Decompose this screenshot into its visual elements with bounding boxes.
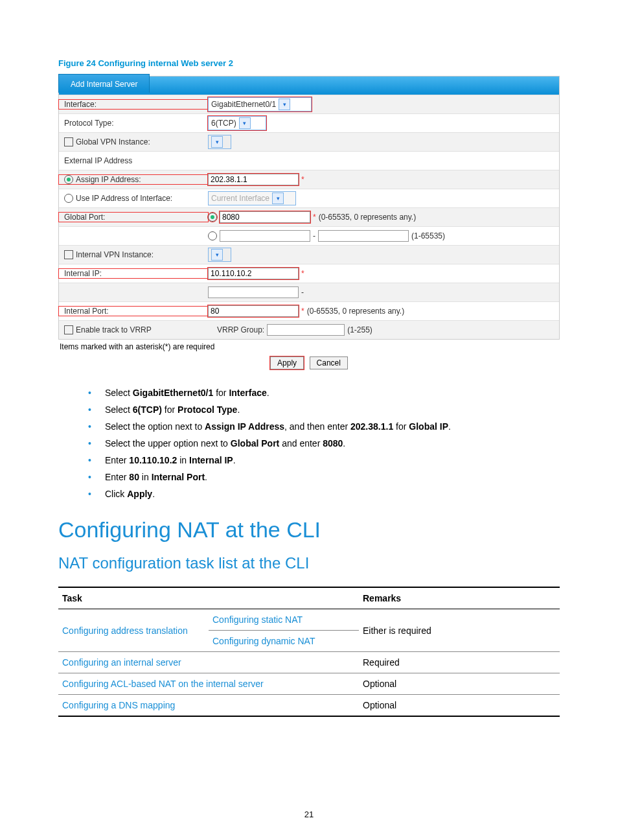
required-asterisk: * — [301, 307, 304, 316]
task-table: Task Remarks Configuring address transla… — [58, 587, 560, 717]
global-port-hint: (0-65535, 0 represents any.) — [319, 213, 417, 222]
use-if-ip-value: Current Interface — [211, 194, 269, 203]
assign-ip-label-text: Assign IP Address: — [76, 175, 141, 184]
apply-button[interactable]: Apply — [270, 356, 304, 369]
remarks-cell: Either is required — [359, 609, 560, 652]
interface-select[interactable]: GigabitEthernet0/1 ▾ — [208, 97, 312, 111]
link-config-dynamic-nat[interactable]: Configuring dynamic NAT — [212, 636, 315, 646]
global-port-range-start[interactable] — [220, 230, 310, 242]
link-config-dns-mapping[interactable]: Configuring a DNS mapping — [62, 700, 175, 710]
chevron-down-icon: ▾ — [239, 117, 251, 129]
label-global-vpn: Global VPN Instance: — [59, 137, 208, 146]
figure-caption: Figure 24 Configuring internal Web serve… — [58, 58, 560, 68]
tab-add-internal-server[interactable]: Add Internal Server — [58, 74, 150, 93]
internal-port-input[interactable] — [208, 305, 299, 317]
global-port-radio-1[interactable] — [208, 213, 217, 222]
list-item: Select 6(TCP) for Protocol Type. — [88, 404, 560, 415]
global-port-hint2: (1-65535) — [411, 231, 445, 240]
page-number: 21 — [0, 810, 618, 819]
internal-vpn-checkbox[interactable] — [64, 250, 73, 259]
list-item: Select the option next to Assign IP Addr… — [88, 421, 560, 432]
use-if-ip-label-text: Use IP Address of Interface: — [76, 194, 172, 203]
list-item: Enter 80 in Internal Port. — [88, 472, 560, 482]
internal-port-hint: (0-65535, 0 represents any.) — [307, 307, 405, 316]
internal-vpn-label-text: Internal VPN Instance: — [76, 250, 154, 259]
instruction-list: Select GigabitEthernet0/1 for Interface.… — [58, 388, 560, 499]
list-item: Click Apply. — [88, 489, 560, 499]
range-dash: - — [313, 231, 315, 240]
label-assign-ip: Assign IP Address: — [59, 175, 208, 184]
tab-bar: Add Internal Server — [59, 76, 559, 95]
label-enable-track: Enable track to VRRP — [59, 325, 208, 334]
global-vpn-label-text: Global VPN Instance: — [76, 137, 150, 146]
enable-track-label-text: Enable track to VRRP — [76, 325, 152, 334]
label-global-port: Global Port: — [59, 213, 208, 222]
protocol-select[interactable]: 6(TCP) ▾ — [208, 116, 266, 130]
link-config-address-translation[interactable]: Configuring address translation — [62, 625, 188, 636]
global-port-range-end[interactable] — [318, 230, 409, 242]
link-config-internal-server[interactable]: Configuring an internal server — [62, 657, 181, 668]
chevron-down-icon: ▾ — [211, 249, 223, 261]
internal-ip-input[interactable] — [208, 268, 299, 279]
label-protocol: Protocol Type: — [59, 119, 208, 128]
list-item: Select the upper option next to Global P… — [88, 438, 560, 449]
vrrp-hint: (1-255) — [347, 325, 372, 334]
assign-ip-input[interactable] — [208, 174, 299, 185]
remarks-cell: Required — [359, 652, 560, 673]
heading-1: Configuring NAT at the CLI — [58, 517, 560, 542]
label-internal-port: Internal Port: — [59, 307, 208, 316]
range-dash: - — [301, 288, 304, 297]
vrrp-group-input[interactable] — [267, 324, 345, 336]
global-port-radio-2[interactable] — [208, 231, 217, 240]
global-vpn-checkbox[interactable] — [64, 137, 73, 146]
chevron-down-icon: ▾ — [272, 192, 284, 204]
link-config-static-nat[interactable]: Configuring static NAT — [212, 614, 303, 625]
chevron-down-icon: ▾ — [211, 136, 223, 148]
vrrp-group-label: VRRP Group: — [217, 325, 264, 334]
interface-select-value: GigabitEthernet0/1 — [211, 100, 276, 109]
label-interface: Interface: — [59, 100, 208, 109]
enable-track-checkbox[interactable] — [64, 325, 73, 334]
heading-2: NAT configuration task list at the CLI — [58, 554, 560, 572]
required-asterisk: * — [301, 269, 304, 278]
required-asterisk: * — [313, 213, 316, 222]
global-vpn-select[interactable]: ▾ — [208, 135, 231, 149]
link-config-acl-nat[interactable]: Configuring ACL-based NAT on the interna… — [62, 679, 264, 689]
required-asterisk: * — [301, 175, 304, 184]
label-external-ip-header: External IP Address — [59, 156, 208, 165]
assign-ip-radio[interactable] — [64, 175, 73, 184]
list-item: Enter 10.110.10.2 in Internal IP. — [88, 455, 560, 465]
remarks-cell: Optional — [359, 673, 560, 695]
cancel-button[interactable]: Cancel — [310, 356, 348, 369]
required-footnote: Items marked with an asterisk(*) are req… — [58, 340, 560, 356]
label-internal-vpn: Internal VPN Instance: — [59, 250, 208, 259]
internal-ip-input-2[interactable] — [208, 286, 299, 298]
internal-server-form: Add Internal Server Interface: GigabitEt… — [58, 76, 560, 340]
th-task: Task — [58, 587, 359, 609]
protocol-select-value: 6(TCP) — [211, 119, 236, 128]
internal-vpn-select[interactable]: ▾ — [208, 248, 231, 262]
chevron-down-icon: ▾ — [279, 99, 290, 110]
use-if-ip-radio[interactable] — [64, 194, 73, 203]
use-if-ip-select[interactable]: Current Interface ▾ — [208, 191, 296, 205]
label-internal-ip: Internal IP: — [59, 269, 208, 278]
th-remarks: Remarks — [359, 587, 560, 609]
list-item: Select GigabitEthernet0/1 for Interface. — [88, 388, 560, 398]
global-port-input[interactable] — [220, 211, 310, 223]
remarks-cell: Optional — [359, 695, 560, 717]
label-use-if-ip: Use IP Address of Interface: — [59, 194, 208, 203]
